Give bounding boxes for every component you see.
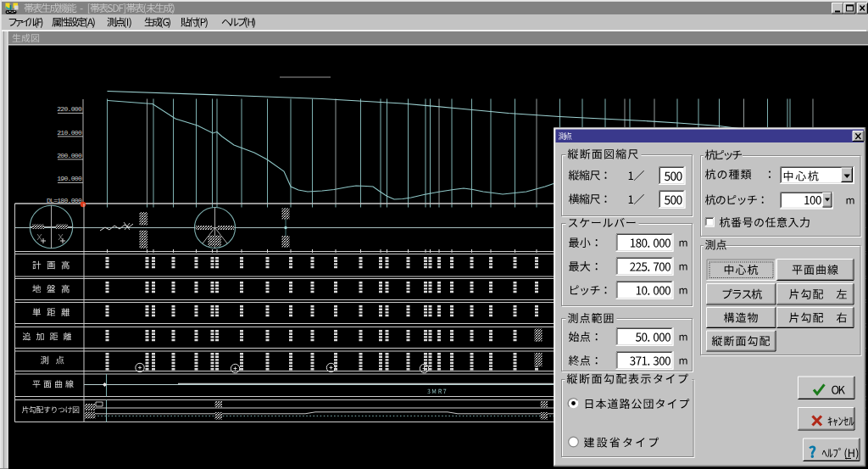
svg-text:210.000: 210.000	[57, 129, 82, 137]
svg-text:200.000: 200.000	[57, 152, 82, 159]
svg-text:190.000: 190.000	[57, 175, 82, 182]
svg-text:220.000: 220.000	[57, 105, 82, 113]
